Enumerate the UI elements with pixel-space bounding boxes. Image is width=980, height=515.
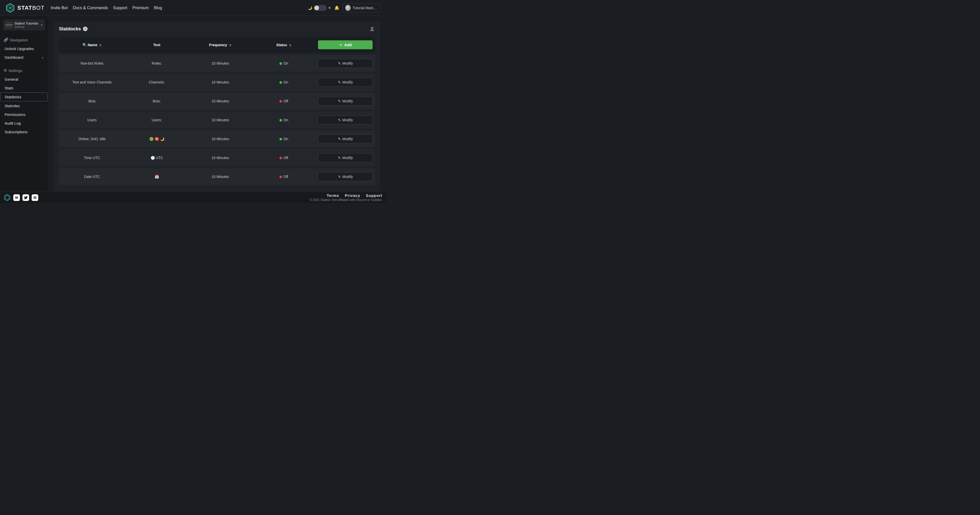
bell-icon[interactable]: 🔔 [334, 5, 339, 10]
user-off-icon[interactable] [369, 26, 375, 32]
footer-terms[interactable]: Terms [327, 193, 339, 198]
table-row: Online, DnD, Idle🟢 ⛔ 🌙 10 MinutesOn✎Modi… [59, 129, 375, 148]
theme-switch[interactable] [313, 5, 326, 11]
cell-status: Off [252, 92, 316, 110]
col-text: Text [125, 37, 189, 54]
col-status[interactable]: Status ⇅ [252, 37, 316, 54]
settings-heading: ⚙ Settings [3, 66, 45, 75]
sidebar-item-dashboard[interactable]: Dashboard › [3, 53, 45, 62]
medium-icon[interactable]: M [32, 194, 38, 201]
sidebar-item-permissions[interactable]: Permissions [3, 110, 45, 119]
sidebar-item-statroles[interactable]: Statroles [3, 102, 45, 110]
sort-icon: ⇅ [289, 44, 291, 47]
modify-button[interactable]: ✎Modify [318, 116, 372, 124]
logo[interactable]: STATBOT [5, 3, 45, 13]
server-selector[interactable]: STATBOT Statbot Tutorials Settings ▾ [3, 19, 45, 30]
footer-logo-icon[interactable] [3, 194, 11, 201]
nav-invite-bot[interactable]: Invite Bot [51, 6, 68, 10]
user-menu[interactable]: Tutorial Master#… [342, 3, 381, 13]
cell-freq: 10 Minutes [189, 167, 252, 185]
table-row: Text and Voice ChannelsChannels: 10 Minu… [59, 73, 375, 92]
main: Statdocks i 🔍 Name ⇅ Text [48, 16, 386, 192]
edit-icon: ✎ [338, 156, 341, 160]
nav-premium[interactable]: Premium [132, 6, 149, 10]
sidebar-item-subscriptions[interactable]: Subscriptions [3, 128, 45, 136]
cell-text: 🕐 UTC [125, 148, 189, 167]
modify-button[interactable]: ✎Modify [318, 78, 372, 86]
edit-icon: ✎ [338, 118, 341, 122]
sidebar-item-statdocks[interactable]: Statdocks [0, 92, 48, 101]
moon-icon: 🌙 [308, 6, 312, 10]
nav-links: Invite Bot Docs & Commands Support Premi… [51, 6, 162, 10]
sort-icon: ⇅ [99, 44, 102, 47]
sidebar-item-unlock-upgrades[interactable]: Unlock Upgrades [3, 45, 45, 53]
cell-text: Roles: [125, 54, 189, 73]
modify-button[interactable]: ✎Modify [318, 172, 372, 181]
cell-text: Channels: [125, 73, 189, 92]
edit-icon: ✎ [338, 80, 341, 84]
twitter-icon[interactable] [22, 194, 29, 201]
table-row: BotsBots: 10 MinutesOff✎Modify [59, 92, 375, 110]
cell-name: Time UTC [59, 148, 125, 167]
modify-button[interactable]: ✎Modify [318, 135, 372, 143]
table-row: Non-bot RolesRoles: 10 MinutesOn✎Modify [59, 54, 375, 73]
sidebar-item-general[interactable]: General [3, 75, 45, 83]
statdocks-panel: Statdocks i 🔍 Name ⇅ Text [54, 21, 380, 191]
footer: ✉ M Terms Privacy Support © 2021 Statbot… [0, 192, 386, 203]
sun-icon: ☀ [328, 6, 331, 10]
cell-action: ✎Modify [315, 110, 375, 129]
footer-support[interactable]: Support [366, 193, 383, 198]
header: STATBOT Invite Bot Docs & Commands Suppo… [0, 0, 386, 16]
col-name[interactable]: 🔍 Name ⇅ [59, 37, 125, 54]
cell-action: ✎Modify [315, 129, 375, 148]
cell-freq: 10 Minutes [189, 92, 252, 110]
nav-support[interactable]: Support [113, 6, 127, 10]
modify-button[interactable]: ✎Modify [318, 97, 372, 105]
sidebar-item-audit-log[interactable]: Audit Log [3, 119, 45, 128]
cell-freq: 10 Minutes [189, 129, 252, 148]
theme-toggle[interactable]: 🌙 ☀ [308, 5, 331, 11]
add-button[interactable]: ＋ Add [318, 40, 372, 49]
cell-text: 🟢 ⛔ 🌙 [125, 129, 189, 148]
server-thumb: STATBOT [6, 22, 12, 28]
cell-status: On [252, 110, 316, 129]
modify-button[interactable]: ✎Modify [318, 59, 372, 68]
cell-text: Users: [125, 110, 189, 129]
edit-icon: ✎ [338, 137, 341, 141]
cell-name: Text and Voice Channels [59, 73, 125, 92]
cell-action: ✎Modify [315, 54, 375, 73]
edit-icon: ✎ [338, 99, 341, 103]
cell-name: Users [59, 110, 125, 129]
logo-icon [5, 3, 15, 13]
table-row: Time UTC🕐 UTC10 MinutesOff✎Modify [59, 148, 375, 167]
footer-privacy[interactable]: Privacy [345, 193, 360, 198]
cell-action: ✎Modify [315, 148, 375, 167]
nav-blog[interactable]: Blog [154, 6, 162, 10]
svg-marker-7 [5, 195, 9, 200]
status-dot-icon [280, 157, 282, 159]
cell-status: Off [252, 167, 316, 185]
cell-freq: 10 Minutes [189, 148, 252, 167]
modify-button[interactable]: ✎Modify [318, 153, 372, 162]
sidebar-item-stats[interactable]: Stats [3, 84, 45, 92]
edit-icon: ✎ [338, 61, 341, 65]
username: Tutorial Master#… [353, 6, 378, 10]
link-icon: 🔗 [3, 38, 8, 42]
email-icon[interactable]: ✉ [13, 194, 20, 201]
search-icon: 🔍 [83, 43, 87, 47]
cell-freq: 10 Minutes [189, 110, 252, 129]
cell-name: Non-bot Roles [59, 54, 125, 73]
cell-status: On [252, 54, 316, 73]
plus-icon: ＋ [339, 42, 343, 47]
cell-name: Date UTC [59, 167, 125, 185]
cell-action: ✎Modify [315, 167, 375, 185]
cell-status: Off [252, 148, 316, 167]
col-frequency[interactable]: Frequency ⇅ [189, 37, 252, 54]
col-action: ＋ Add [315, 37, 375, 54]
cell-freq: 10 Minutes [189, 54, 252, 73]
info-icon[interactable]: i [83, 27, 88, 31]
status-dot-icon [280, 176, 282, 178]
nav-docs[interactable]: Docs & Commands [73, 6, 108, 10]
cell-status: On [252, 73, 316, 92]
sidebar: STATBOT Statbot Tutorials Settings ▾ 🔗 N… [0, 16, 48, 192]
